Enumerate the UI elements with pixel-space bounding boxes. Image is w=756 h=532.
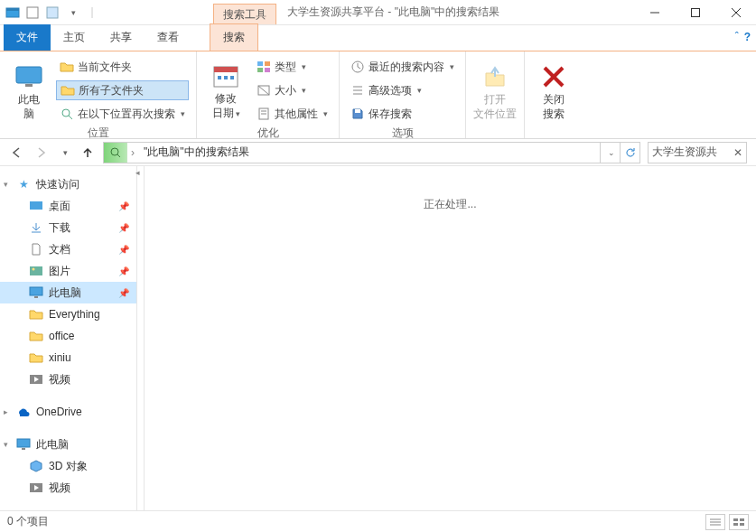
svg-rect-37 xyxy=(30,266,42,275)
other-props-button[interactable]: 其他属性▾ xyxy=(253,104,331,124)
current-folder-button[interactable]: 当前文件夹 xyxy=(56,57,189,77)
nav-splitter[interactable]: ◂ xyxy=(137,166,145,510)
nav-up-button[interactable] xyxy=(79,145,96,161)
nav-3d-objects[interactable]: 3D 对象 xyxy=(0,455,136,477)
nav-videos-2[interactable]: 视频 xyxy=(0,477,136,499)
svg-rect-51 xyxy=(740,523,744,526)
all-subfolders-button[interactable]: 所有子文件夹 xyxy=(56,80,189,100)
refresh-button[interactable] xyxy=(620,143,639,163)
tab-view[interactable]: 查看 xyxy=(145,24,191,51)
svg-rect-40 xyxy=(34,296,38,298)
open-location-icon xyxy=(481,62,509,91)
tab-search[interactable]: 搜索 xyxy=(210,23,258,51)
size-icon xyxy=(257,83,271,98)
video-icon xyxy=(29,481,43,495)
nav-quick-access[interactable]: ▾★快速访问 xyxy=(0,173,136,195)
svg-rect-30 xyxy=(355,109,360,113)
qat-item[interactable] xyxy=(43,4,61,22)
svg-rect-49 xyxy=(740,518,744,521)
monitor-icon xyxy=(29,285,43,300)
save-search-button[interactable]: 保存搜索 xyxy=(347,104,458,124)
this-pc-button[interactable]: 此电 脑 xyxy=(7,55,51,120)
svg-rect-10 xyxy=(25,84,33,87)
ribbon-collapse-icon[interactable]: ˆ xyxy=(735,31,739,43)
folder-icon xyxy=(60,60,74,74)
cube-icon xyxy=(29,459,43,473)
pin-icon: 📌 xyxy=(118,223,129,233)
search-again-button[interactable]: 在以下位置再次搜索▾ xyxy=(56,104,189,124)
nav-back-button[interactable] xyxy=(9,145,25,161)
svg-rect-39 xyxy=(30,287,42,295)
tab-home[interactable]: 主页 xyxy=(51,24,98,51)
ribbon-group-refine: 修改 日期▾ 类型▾ 大小▾ 其他属性▾ 优化 xyxy=(197,51,340,138)
nav-everything[interactable]: Everything xyxy=(0,303,136,325)
nav-desktop[interactable]: 桌面📌 xyxy=(0,195,136,217)
nav-videos[interactable]: 视频 xyxy=(0,369,136,390)
kind-icon xyxy=(257,60,271,74)
nav-this-pc-2[interactable]: ▾此电脑 xyxy=(0,434,136,455)
svg-rect-17 xyxy=(230,76,234,79)
monitor-icon xyxy=(14,62,43,91)
recent-searches-button[interactable]: 最近的搜索内容▾ xyxy=(347,57,458,77)
search-box[interactable]: 大学生资源共 ✕ xyxy=(648,142,747,163)
ribbon-group-location: 此电 脑 当前文件夹 所有子文件夹 在以下位置再次搜索▾ 位置 xyxy=(0,51,197,138)
close-button[interactable] xyxy=(715,0,756,24)
svg-rect-18 xyxy=(257,61,263,66)
pin-icon: 📌 xyxy=(118,288,129,298)
navigation-pane[interactable]: ▾★快速访问 桌面📌 下载📌 文档📌 图片📌 此电脑📌 Everything o… xyxy=(0,166,137,510)
path-dropdown-button[interactable]: ⌄ xyxy=(600,143,620,163)
maximize-button[interactable] xyxy=(675,0,715,24)
svg-rect-14 xyxy=(214,67,238,72)
view-details-button[interactable] xyxy=(705,514,725,530)
search-value: 大学生资源共 xyxy=(652,145,717,160)
svg-rect-50 xyxy=(733,523,738,526)
svg-rect-42 xyxy=(17,439,30,447)
folder-icon xyxy=(29,350,43,365)
svg-rect-3 xyxy=(47,7,58,18)
pin-icon: 📌 xyxy=(118,266,129,276)
svg-rect-20 xyxy=(257,68,263,72)
nav-this-pc[interactable]: 此电脑📌 xyxy=(0,282,136,303)
minimize-button[interactable] xyxy=(634,0,675,24)
tab-file[interactable]: 文件 xyxy=(4,24,51,51)
desktop-icon xyxy=(29,199,43,213)
svg-rect-21 xyxy=(265,68,270,72)
qat-item[interactable] xyxy=(23,4,42,22)
kind-button[interactable]: 类型▾ xyxy=(253,57,331,77)
svg-rect-6 xyxy=(691,8,699,16)
svg-line-34 xyxy=(117,154,120,157)
nav-recent-button[interactable]: ▾ xyxy=(56,145,72,161)
nav-onedrive[interactable]: ▸OneDrive xyxy=(0,401,136,423)
ribbon-group-openloc: 打开 文件位置 xyxy=(466,51,525,138)
tab-share[interactable]: 共享 xyxy=(98,24,145,51)
nav-downloads[interactable]: 下载📌 xyxy=(0,217,136,238)
svg-rect-43 xyxy=(22,448,25,450)
svg-rect-16 xyxy=(224,76,228,79)
content-area: 正在处理... xyxy=(145,166,756,510)
clear-search-icon[interactable]: ✕ xyxy=(733,146,742,159)
svg-rect-9 xyxy=(16,67,42,83)
nav-xiniu[interactable]: xiniu xyxy=(0,347,136,369)
size-button[interactable]: 大小▾ xyxy=(253,80,331,100)
svg-rect-15 xyxy=(218,76,221,79)
view-icons-button[interactable] xyxy=(729,514,749,530)
svg-line-12 xyxy=(69,116,72,119)
nav-documents[interactable]: 文档📌 xyxy=(0,238,136,260)
status-bar: 0 个项目 xyxy=(0,510,756,532)
app-icon[interactable] xyxy=(4,4,22,22)
close-search-button[interactable]: 关闭 搜索 xyxy=(532,55,575,120)
address-bar: ▾ › "此电脑"中的搜索结果 ⌄ 大学生资源共 ✕ xyxy=(0,139,756,166)
qat-separator xyxy=(83,4,101,22)
folder-icon xyxy=(29,307,43,322)
help-icon[interactable]: ? xyxy=(744,31,751,43)
window-controls xyxy=(634,0,756,24)
path-box[interactable]: › "此电脑"中的搜索结果 ⌄ xyxy=(103,142,640,163)
cloud-icon xyxy=(16,405,31,419)
nav-office[interactable]: office xyxy=(0,325,136,347)
path-text: "此电脑"中的搜索结果 xyxy=(138,145,600,160)
nav-pictures[interactable]: 图片📌 xyxy=(0,260,136,282)
date-modified-button[interactable]: 修改 日期▾ xyxy=(204,55,247,120)
qat-dropdown[interactable]: ▾ xyxy=(63,4,81,22)
advanced-options-button[interactable]: 高级选项▾ xyxy=(347,80,458,100)
title-bar: ▾ 搜索工具 大学生资源共享平台 - "此电脑"中的搜索结果 xyxy=(0,0,756,25)
